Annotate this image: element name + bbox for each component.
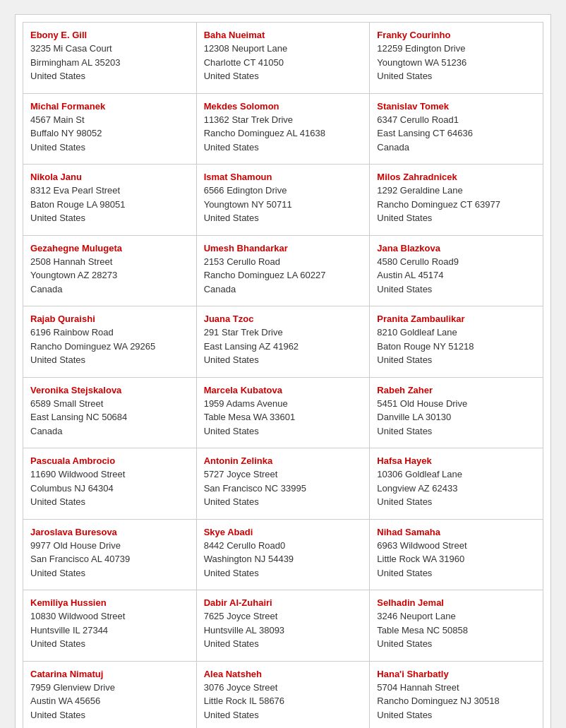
person-name: Nihad Samaha xyxy=(377,527,536,537)
address-line: United States xyxy=(377,211,536,225)
address-line: 4580 Cerullo Road9 xyxy=(377,255,536,269)
address-line: Youngtown AZ 28273 xyxy=(30,268,189,282)
address-cell: Ebony E. Gill3235 Mi Casa CourtBirmingha… xyxy=(23,23,197,94)
address-line: 6347 Cerullo Road1 xyxy=(377,113,536,127)
address-line: United States xyxy=(204,637,363,651)
address-line: Canada xyxy=(30,424,189,438)
address-line: United States xyxy=(377,69,536,83)
address-cell: Antonin Zelinka5727 Joyce StreetSan Fran… xyxy=(197,448,371,520)
address-line: Table Mesa NC 50858 xyxy=(377,623,536,638)
address-line: 10830 Wildwood Street xyxy=(30,609,189,623)
address-line: United States xyxy=(204,495,363,509)
address-line: United States xyxy=(30,708,189,722)
address-line: United States xyxy=(30,495,189,509)
address-cell: Pranita Zambaulikar8210 Goldleaf LaneBat… xyxy=(370,306,543,378)
address-line: San Francisco AL 40739 xyxy=(30,552,189,566)
person-name: Gezahegne Mulugeta xyxy=(30,243,189,253)
person-name: Catarina Nimatuj xyxy=(30,669,189,679)
address-line: United States xyxy=(377,566,536,580)
address-cell: Selhadin Jemal3246 Neuport LaneTable Mes… xyxy=(370,590,543,662)
address-line: United States xyxy=(204,566,363,580)
person-name: Ebony E. Gill xyxy=(30,30,189,40)
person-name: Jana Blazkova xyxy=(377,243,536,253)
address-cell: Catarina Nimatuj7959 Glenview DriveAusti… xyxy=(23,662,197,729)
address-line: United States xyxy=(30,141,189,155)
address-line: Austin AL 45174 xyxy=(377,268,536,282)
address-cell: Nikola Janu8312 Eva Pearl StreetBaton Ro… xyxy=(23,165,197,236)
address-cell: Milos Zahradnicek1292 Geraldine LaneRanc… xyxy=(370,165,543,236)
address-line: East Lansing NC 50684 xyxy=(30,410,189,424)
address-line: Buffalo NY 98052 xyxy=(30,126,189,141)
address-cell: Baha Nueimat12308 Neuport LaneCharlotte … xyxy=(197,23,371,94)
address-line: 6589 Small Street xyxy=(30,397,189,411)
address-line: Washington NJ 54439 xyxy=(204,552,363,566)
address-line: Table Mesa WA 33601 xyxy=(204,410,363,424)
person-name: Marcela Kubatova xyxy=(204,385,363,395)
address-line: Little Rock WA 31960 xyxy=(377,552,536,566)
person-name: Skye Abadi xyxy=(204,527,363,537)
person-name: Jaroslava Buresova xyxy=(30,527,189,537)
address-line: 7959 Glenview Drive xyxy=(30,681,189,695)
person-name: Dabir Al-Zuhairi xyxy=(204,597,363,608)
address-line: 2508 Hannah Street xyxy=(30,255,189,269)
address-line: Columbus NJ 64304 xyxy=(30,482,189,496)
address-line: 7625 Joyce Street xyxy=(204,609,363,623)
address-line: United States xyxy=(204,211,363,225)
address-cell: Hafsa Hayek10306 Goldleaf LaneLongview A… xyxy=(370,448,543,520)
address-line: United States xyxy=(377,353,536,367)
address-line: United States xyxy=(30,211,189,225)
address-line: 6566 Edington Drive xyxy=(204,184,363,198)
address-line: Huntsville IL 27344 xyxy=(30,623,189,638)
address-cell: Hana'i Sharbatly5704 Hannah StreetRancho… xyxy=(370,662,543,729)
address-line: United States xyxy=(30,69,189,83)
address-line: 9977 Old House Drive xyxy=(30,539,189,553)
person-name: Alea Natsheh xyxy=(204,669,363,679)
address-line: 6196 Rainbow Road xyxy=(30,326,189,340)
address-line: Baton Rouge LA 98051 xyxy=(30,198,189,212)
address-cell: Ismat Shamoun6566 Edington DriveYoungtow… xyxy=(197,165,371,236)
address-line: United States xyxy=(377,637,536,651)
address-line: 6963 Wildwood Street xyxy=(377,539,536,553)
address-line: United States xyxy=(30,566,189,580)
address-cell: Dabir Al-Zuhairi7625 Joyce StreetHuntsvi… xyxy=(197,590,371,662)
address-line: United States xyxy=(377,495,536,509)
address-line: 5704 Hannah Street xyxy=(377,681,536,695)
page-container: Ebony E. Gill3235 Mi Casa CourtBirmingha… xyxy=(15,14,551,728)
person-name: Antonin Zelinka xyxy=(204,455,363,466)
address-line: United States xyxy=(204,69,363,83)
address-line: Rancho Dominguez NJ 30518 xyxy=(377,694,536,708)
person-name: Mekdes Solomon xyxy=(204,101,363,112)
address-line: Charlotte CT 41050 xyxy=(204,56,363,70)
address-line: United States xyxy=(377,424,536,438)
address-cell: Nihad Samaha6963 Wildwood StreetLittle R… xyxy=(370,520,543,591)
person-name: Juana Tzoc xyxy=(204,314,363,324)
person-name: Rajab Quraishi xyxy=(30,314,189,324)
address-line: 3076 Joyce Street xyxy=(204,681,363,695)
address-line: Little Rock IL 58676 xyxy=(204,694,363,708)
address-line: Danville LA 30130 xyxy=(377,410,536,424)
address-line: 8442 Cerullo Road0 xyxy=(204,539,363,553)
address-line: Birmingham AL 35203 xyxy=(30,56,189,70)
address-line: 8312 Eva Pearl Street xyxy=(30,184,189,198)
address-line: Rancho Dominguez CT 63977 xyxy=(377,198,536,212)
address-cell: Kemiliya Hussien10830 Wildwood StreetHun… xyxy=(23,590,197,662)
person-name: Franky Courinho xyxy=(377,30,536,40)
address-cell: Jana Blazkova4580 Cerullo Road9Austin AL… xyxy=(370,236,543,307)
address-cell: Franky Courinho12259 Edington DriveYoung… xyxy=(370,23,543,94)
address-line: Rancho Dominguez LA 60227 xyxy=(204,268,363,282)
address-line: Canada xyxy=(30,282,189,297)
address-line: East Lansing CT 64636 xyxy=(377,126,536,141)
address-line: 8210 Goldleaf Lane xyxy=(377,326,536,340)
address-cell: Alea Natsheh3076 Joyce StreetLittle Rock… xyxy=(197,662,371,729)
address-line: 4567 Main St xyxy=(30,113,189,127)
person-name: Michal Formanek xyxy=(30,101,189,112)
person-name: Veronika Stejskalova xyxy=(30,385,189,395)
address-line: 12308 Neuport Lane xyxy=(204,42,363,56)
person-name: Kemiliya Hussien xyxy=(30,597,189,608)
address-cell: Marcela Kubatova1959 Adams AvenueTable M… xyxy=(197,378,371,449)
address-line: Rancho Dominguez AL 41638 xyxy=(204,126,363,141)
person-name: Rabeh Zaher xyxy=(377,385,536,395)
address-line: Canada xyxy=(204,282,363,297)
person-name: Pascuala Ambrocio xyxy=(30,455,189,466)
address-line: 1959 Adams Avenue xyxy=(204,397,363,411)
